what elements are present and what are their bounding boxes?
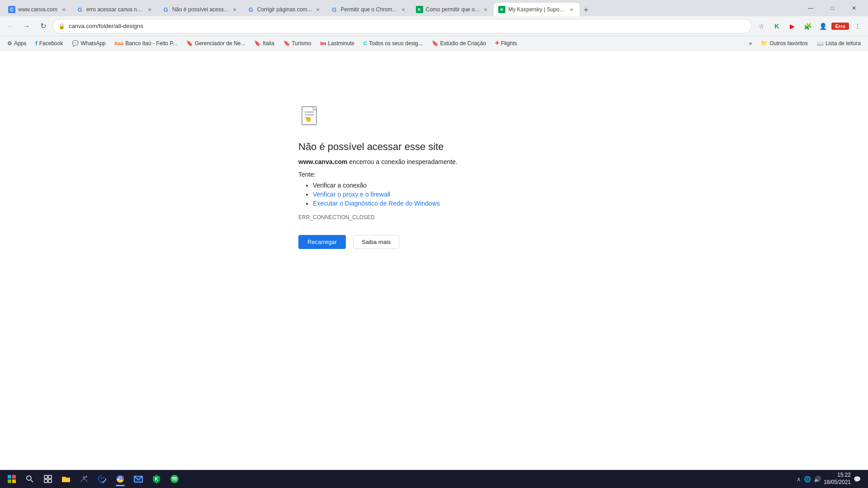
tab-title-4: Corrigir páginas com... [257, 6, 312, 13]
svg-rect-13 [44, 479, 47, 483]
error-buttons: Recarregar Saiba mais [298, 235, 570, 249]
taskbar-teams-button[interactable] [76, 471, 92, 487]
nav-bar: ← → ↻ 🔒 canva.com/folder/all-designs ☆ K… [0, 16, 868, 36]
tab-3[interactable]: G Não é possível acess... ✕ [158, 3, 243, 16]
lastminute-icon: lm [321, 41, 326, 46]
notification-icon[interactable]: 💬 [854, 476, 861, 483]
bookmark-turismo[interactable]: 🔖 Turismo [280, 38, 315, 49]
tab-title-1: www.canva.com [18, 6, 57, 13]
tab-favicon-2: G [76, 6, 84, 13]
bookmark-gerenciador-label: Gerenciador de Ne... [195, 40, 245, 47]
error-container: 😕 Não é possível acessar esse site www.c… [298, 105, 570, 249]
tab-5[interactable]: G Permitir que o Chrom... ✕ [326, 3, 411, 16]
reload-button[interactable]: ↻ [36, 19, 50, 33]
network-icon[interactable]: 🌐 [804, 476, 811, 483]
error-code: ERR_CONNECTION_CLOSED [298, 214, 570, 221]
bookmark-gerenciador[interactable]: 🔖 Gerenciador de Ne... [183, 38, 249, 49]
back-button[interactable]: ← [4, 19, 17, 33]
tab-favicon-1: C [8, 6, 15, 13]
suggestion-3-link[interactable]: Executar o Diagnóstico de Rede do Window… [313, 200, 440, 207]
kaspersky-shield-icon[interactable]: K [770, 19, 783, 33]
maximize-button[interactable]: □ [822, 1, 843, 15]
tab-favicon-3: G [162, 6, 170, 13]
taskbar-search-button[interactable] [22, 471, 38, 487]
other-bookmarks-button[interactable]: 📁 Outros favoritos [757, 38, 811, 49]
suggestion-2[interactable]: Verificar o proxy e o firewall [313, 191, 570, 198]
bookmark-facebook-label: Facebook [39, 40, 63, 47]
reading-list-button[interactable]: 📖 Lista de leitura [813, 38, 864, 49]
other-bookmarks-icon: 📁 [761, 40, 768, 47]
taskbar-kaspersky-button[interactable]: K [148, 471, 165, 487]
svg-rect-6 [12, 475, 16, 479]
bookmark-estudio[interactable]: 🔖 Estúdio de Criação [428, 38, 490, 49]
tab-close-7[interactable]: ✕ [568, 6, 575, 13]
bookmark-apps-label: Apps [14, 40, 26, 47]
bookmark-apps[interactable]: ⚙ Apps [4, 38, 30, 49]
tab-7[interactable]: K My Kaspersky | Supor... ✕ [494, 3, 580, 16]
svg-line-10 [31, 480, 33, 482]
tab-close-6[interactable]: ✕ [482, 6, 489, 13]
bookmark-itau[interactable]: Itaú Banco Itaú - Feito P... [111, 38, 181, 49]
tab-close-1[interactable]: ✕ [60, 6, 67, 13]
bookmark-flights[interactable]: ✈ Flights [491, 38, 520, 49]
tab-close-2[interactable]: ✕ [146, 6, 153, 13]
tab-close-3[interactable]: ✕ [231, 6, 238, 13]
error-title: Não é possível acessar esse site [298, 141, 570, 153]
reload-page-button[interactable]: Recarregar [298, 235, 346, 249]
learn-more-button[interactable]: Saiba mais [353, 235, 399, 249]
bookmark-canva-designs[interactable]: C Todos os seus desig... [360, 38, 426, 49]
profile-icon[interactable]: 👤 [816, 19, 830, 33]
address-bar[interactable]: 🔒 canva.com/folder/all-designs [52, 19, 752, 33]
bookmark-canva-label: Todos os seus desig... [369, 40, 423, 47]
tab-favicon-6: K [416, 6, 423, 13]
taskbar: K ∧ 🌐 🔊 15:22 18/05/2021 💬 [0, 470, 868, 488]
overflow-icon: » [749, 40, 752, 47]
error-description: www.canva.com encerrou a conexão inesper… [298, 158, 570, 165]
flights-icon: ✈ [495, 40, 499, 46]
tab-2[interactable]: G erro acessar canva no... ✕ [72, 3, 158, 16]
taskbar-date-display: 18/05/2021 [824, 479, 851, 486]
overflow-button[interactable]: » [745, 38, 756, 49]
taskbar-spotify-button[interactable] [166, 471, 183, 487]
taskbar-clock[interactable]: 15:22 18/05/2021 [824, 472, 851, 486]
extensions-icon[interactable]: 🧩 [801, 19, 814, 33]
tab-close-4[interactable]: ✕ [314, 6, 321, 13]
taskbar-chrome-button[interactable] [112, 471, 128, 487]
start-button[interactable] [4, 471, 20, 487]
taskbar-edge-button[interactable] [94, 471, 110, 487]
tab-close-5[interactable]: ✕ [400, 6, 407, 13]
taskbar-arrow-up-icon[interactable]: ∧ [797, 476, 801, 483]
itau-icon: Itaú [115, 41, 124, 46]
forward-button[interactable]: → [20, 19, 33, 33]
taskbar-taskview-button[interactable] [40, 471, 56, 487]
bookmark-lastminute[interactable]: lm Lastminute [317, 38, 359, 49]
minimize-button[interactable]: — [800, 1, 821, 15]
tabs-container: C www.canva.com ✕ G erro acessar canva n… [4, 0, 795, 16]
bookmark-turismo-label: Turismo [292, 40, 311, 47]
tab-favicon-4: G [247, 6, 255, 13]
tab-title-5: Permitir que o Chrom... [340, 6, 396, 13]
error-badge: Erro [831, 23, 849, 30]
bookmark-whatsapp[interactable]: 💬 WhatsApp [68, 38, 109, 49]
youtube-icon[interactable]: ▶ [785, 19, 799, 33]
address-text: canva.com/folder/all-designs [69, 23, 746, 29]
tab-6[interactable]: K Como permitir que o... ✕ [411, 3, 494, 16]
new-tab-button[interactable]: + [580, 4, 592, 16]
bookmark-facebook[interactable]: f Facebook [32, 38, 66, 49]
bookmark-italia[interactable]: 🔖 Italia [250, 38, 278, 49]
menu-icon[interactable]: ⋮ [851, 19, 864, 33]
svg-point-22 [170, 475, 179, 483]
canva-icon: C [363, 41, 367, 46]
taskbar-mail-button[interactable] [130, 471, 146, 487]
suggestion-3[interactable]: Executar o Diagnóstico de Rede do Window… [313, 200, 570, 207]
other-bookmarks-label: Outros favoritos [769, 40, 808, 47]
suggestion-2-link[interactable]: Verificar o proxy e o firewall [313, 191, 390, 198]
close-button[interactable]: ✕ [844, 1, 864, 15]
bookmark-flights-label: Flights [501, 40, 517, 47]
bookmark-star-icon[interactable]: ☆ [755, 19, 768, 33]
tab-4[interactable]: G Corrigir páginas com... ✕ [243, 3, 326, 16]
svg-point-15 [83, 476, 85, 479]
taskbar-fileexplorer-button[interactable] [58, 471, 74, 487]
volume-icon[interactable]: 🔊 [814, 476, 821, 483]
tab-1[interactable]: C www.canva.com ✕ [4, 3, 72, 16]
